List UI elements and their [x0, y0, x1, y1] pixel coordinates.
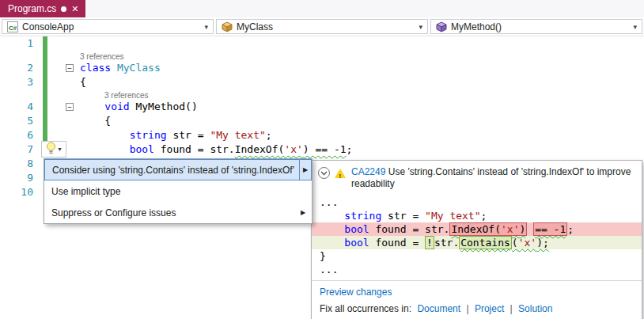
diff-preview: ... string str = "My text"; bool found =… [312, 193, 642, 280]
diff-line: ... [312, 263, 642, 276]
editor-line[interactable]: 1 [0, 36, 644, 51]
class-name: MyClass [237, 21, 415, 32]
editor-line[interactable]: 2 − class MyClass [0, 61, 644, 75]
diagnostic-id-link[interactable]: CA2249 [351, 166, 385, 177]
diff-line: string str = "My text"; [312, 209, 642, 222]
modified-dot-icon [61, 6, 66, 12]
menu-item-suppress-configure[interactable]: Suppress or Configure issues ▶ [44, 202, 312, 223]
chevron-down-icon: ▾ [204, 23, 210, 31]
line-number: 1 [0, 36, 38, 51]
lightbulb-icon [46, 142, 56, 158]
diagnostic-text: Use 'string.Contains' instead of 'string… [351, 166, 631, 189]
menu-item-use-contains[interactable]: Consider using 'string.Contains' instead… [44, 159, 312, 180]
menu-item-label: Suppress or Configure issues [51, 207, 294, 218]
menu-item-label: Use implicit type [51, 186, 312, 197]
project-dropdown[interactable]: C# ConsoleApp ▾ [2, 19, 214, 34]
line-number: 4 [0, 100, 38, 114]
fix-all-label: Fix all occurrences in: [320, 303, 411, 314]
line-number: 8 [0, 157, 38, 171]
diagnostic-message: CA2249 Use 'string.Contains' instead of … [351, 166, 634, 190]
class-dropdown[interactable]: MyClass ▾ [216, 19, 428, 34]
method-name: MyMethod() [451, 21, 629, 32]
editor-line[interactable]: 5 { [0, 114, 644, 128]
line-number: 9 [0, 171, 38, 185]
editor-line[interactable]: 7 bool found = str.IndexOf('x') == -1; [0, 142, 644, 157]
line-number: 6 [0, 128, 38, 142]
navigation-bar: C# ConsoleApp ▾ MyClass ▾ MyMethod() ▾ [0, 17, 644, 36]
collapse-icon[interactable]: − [66, 103, 74, 111]
line-number: 7 [0, 142, 38, 157]
tab-program-cs[interactable]: Program.cs ✕ [0, 0, 85, 17]
editor-line[interactable]: 6 string str = "My text"; [0, 128, 644, 142]
quick-actions-button[interactable]: ▾ [41, 141, 66, 158]
menu-item-label: Consider using 'string.Contains' instead… [52, 165, 299, 176]
submenu-arrow-icon: ▶ [294, 209, 312, 216]
line-number: 5 [0, 114, 38, 128]
chevron-down-icon: ▾ [419, 23, 424, 31]
fix-all-solution-link[interactable]: Solution [518, 303, 552, 314]
editor-line[interactable]: 3 { [0, 75, 644, 89]
collapse-chevron-icon[interactable] [318, 167, 330, 179]
editor-line[interactable]: 4 − void MyMethod() [0, 100, 644, 114]
separator: | [510, 303, 513, 314]
line-number: 3 [0, 75, 38, 89]
collapse-icon[interactable]: − [66, 64, 74, 72]
method-icon [435, 21, 447, 32]
svg-text:C#: C# [8, 24, 17, 31]
menu-item-use-implicit-type[interactable]: Use implicit type [44, 180, 312, 202]
vs-editor-window: Program.cs ✕ C# ConsoleApp ▾ MyClass ▾ M… [0, 0, 644, 319]
project-name: ConsoleApp [22, 21, 200, 32]
member-dropdown[interactable]: MyMethod() ▾ [430, 19, 642, 34]
codelens-row[interactable]: 3 references [0, 51, 644, 61]
csharp-project-icon: C# [6, 21, 18, 32]
preview-changes-link[interactable]: Preview changes [320, 287, 392, 298]
separator: | [466, 303, 468, 314]
quick-actions-menu: Consider using 'string.Contains' instead… [44, 158, 313, 224]
popup-footer: Preview changes Fix all occurrences in: … [312, 280, 642, 319]
warning-icon: ! [335, 168, 347, 179]
diff-line-added: bool found = !str.Contains('x'); [312, 236, 642, 249]
fix-all-project-link[interactable]: Project [475, 303, 504, 314]
codelens-row[interactable]: 3 references [0, 89, 644, 100]
class-icon [221, 21, 233, 32]
diff-line: } [312, 249, 642, 263]
document-tab-bar: Program.cs ✕ [0, 0, 644, 17]
line-number: 10 [0, 185, 38, 199]
diff-line: ... [312, 196, 642, 209]
tab-title: Program.cs [8, 3, 56, 14]
line-number: 2 [0, 61, 38, 75]
diff-line-removed: bool found = str.IndexOf('x') == -1; [312, 222, 642, 236]
fix-all-document-link[interactable]: Document [417, 303, 460, 314]
code-fix-preview-popup: ! CA2249 Use 'string.Contains' instead o… [311, 160, 642, 319]
chevron-down-icon: ▾ [633, 23, 638, 31]
chevron-down-icon: ▾ [58, 146, 61, 153]
popup-header: ! CA2249 Use 'string.Contains' instead o… [312, 161, 642, 193]
submenu-arrow-icon[interactable]: ▶ [299, 160, 311, 180]
close-icon[interactable]: ✕ [71, 5, 78, 13]
